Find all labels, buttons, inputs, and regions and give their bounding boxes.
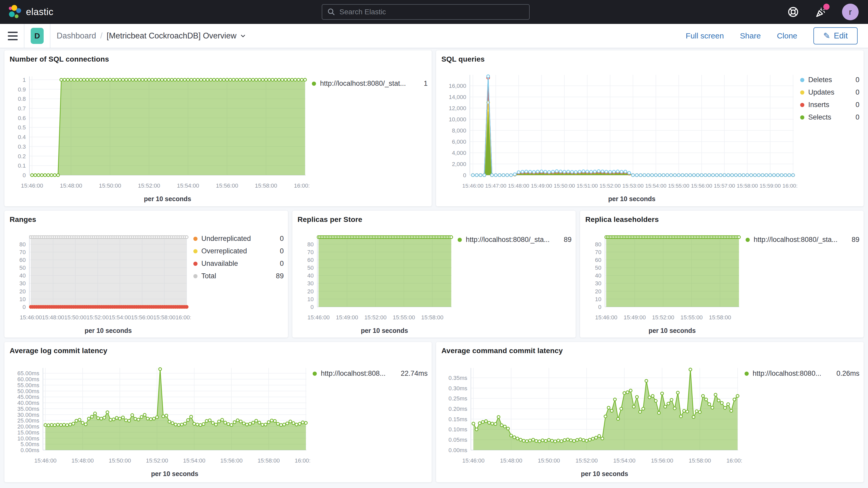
- area-chart[interactable]: 15:46:0015:48:0015:50:0015:52:0015:54:00…: [440, 356, 742, 480]
- svg-text:0.05ms: 0.05ms: [448, 436, 467, 443]
- svg-text:6,000: 6,000: [452, 139, 466, 145]
- legend-color-dot: [193, 237, 197, 241]
- svg-text:15:48:00: 15:48:00: [508, 183, 529, 189]
- panel-replicas-per-store: Replicas per Store 15:46:0015:49:0015:52…: [292, 211, 576, 338]
- legend-item[interactable]: Overreplicated0: [193, 247, 284, 255]
- menu-button[interactable]: [8, 32, 18, 40]
- svg-text:15:50:00: 15:50:00: [538, 457, 560, 464]
- svg-text:15:50:00: 15:50:00: [99, 182, 121, 189]
- svg-text:70: 70: [20, 249, 26, 255]
- area-chart[interactable]: 15:46:0015:48:0015:50:0015:52:0015:54:00…: [8, 225, 191, 335]
- edit-button[interactable]: ✎ Edit: [813, 27, 858, 44]
- legend-value: 1: [424, 80, 428, 88]
- dashboard-grid: Number of SQL connections 15:46:0015:48:…: [0, 48, 868, 482]
- panel-title: Ranges: [10, 215, 284, 224]
- legend-color-dot: [312, 82, 316, 86]
- legend-item[interactable]: Inserts0: [800, 101, 860, 109]
- legend-item[interactable]: Updates0: [800, 88, 860, 96]
- area-chart[interactable]: 15:46:0015:47:0015:48:0015:49:0015:50:00…: [440, 64, 798, 204]
- svg-text:8,000: 8,000: [452, 127, 466, 134]
- svg-text:0.35ms: 0.35ms: [448, 375, 467, 381]
- svg-text:10.00ms: 10.00ms: [18, 435, 39, 442]
- legend-label: Underreplicated: [202, 235, 275, 243]
- svg-text:60: 60: [307, 257, 313, 263]
- chart-legend: http://localhost:8080/_sta...89: [455, 225, 571, 335]
- svg-text:per 10 seconds: per 10 seconds: [581, 470, 628, 477]
- svg-text:0.2: 0.2: [18, 153, 26, 159]
- svg-text:0: 0: [310, 304, 313, 310]
- legend-item[interactable]: http://localhost:8080/_sta...89: [746, 236, 860, 244]
- svg-text:25.00ms: 25.00ms: [18, 417, 39, 424]
- svg-text:0: 0: [23, 172, 26, 179]
- svg-text:40: 40: [307, 272, 313, 279]
- news-feed-button[interactable]: [814, 6, 827, 18]
- svg-text:per 10 seconds: per 10 seconds: [361, 327, 408, 334]
- svg-text:15:49:00: 15:49:00: [531, 183, 552, 189]
- svg-text:15:46:00: 15:46:00: [20, 314, 42, 321]
- legend-item[interactable]: Total89: [193, 272, 284, 280]
- chart-legend: http://localhost:808...22.74ms: [310, 356, 428, 480]
- svg-text:15:49:00: 15:49:00: [624, 314, 646, 321]
- dashboard-badge[interactable]: D: [31, 28, 44, 44]
- help-button[interactable]: [787, 6, 799, 18]
- legend-item[interactable]: http://localhost:8080...0.26ms: [745, 369, 860, 377]
- svg-text:16:00:00: 16:00:00: [782, 183, 798, 189]
- avatar[interactable]: r: [842, 4, 859, 20]
- area-chart[interactable]: 15:46:0015:48:0015:50:0015:52:0015:54:00…: [8, 356, 310, 480]
- search-input[interactable]: [339, 8, 524, 16]
- svg-text:80: 80: [307, 241, 313, 248]
- svg-text:0: 0: [463, 172, 466, 179]
- dashboard-title[interactable]: [Metricbeat CockroachDB] Overview: [106, 31, 246, 40]
- chart-legend: Underreplicated0Overreplicated0Unavailab…: [191, 225, 284, 335]
- svg-text:50.00ms: 50.00ms: [18, 388, 39, 394]
- brand[interactable]: elastic: [7, 5, 54, 19]
- legend-item[interactable]: http://localhost:808...22.74ms: [313, 369, 428, 377]
- area-chart[interactable]: 15:46:0015:48:0015:50:0015:52:0015:54:00…: [8, 64, 309, 204]
- chart-legend: Deletes0Updates0Inserts0Selects0: [798, 64, 860, 204]
- panel-title: Replicas per Store: [298, 215, 572, 224]
- area-chart[interactable]: 15:46:0015:49:0015:52:0015:55:0015:58:00…: [297, 225, 455, 335]
- svg-text:15:52:00: 15:52:00: [364, 314, 387, 321]
- svg-text:per 10 seconds: per 10 seconds: [649, 327, 696, 334]
- legend-color-dot: [458, 238, 462, 242]
- svg-text:30.00ms: 30.00ms: [18, 411, 39, 418]
- global-search[interactable]: [322, 4, 530, 20]
- full-screen-button[interactable]: Full screen: [686, 31, 724, 40]
- legend-item[interactable]: Deletes0: [800, 76, 860, 84]
- svg-text:16:00:00: 16:00:00: [176, 314, 190, 321]
- legend-item[interactable]: Selects0: [800, 113, 860, 121]
- svg-text:15:52:00: 15:52:00: [576, 457, 598, 464]
- legend-value: 0: [280, 247, 284, 255]
- legend-item[interactable]: Unavailable0: [193, 260, 284, 268]
- svg-text:0.7: 0.7: [18, 105, 26, 112]
- svg-text:per 10 seconds: per 10 seconds: [85, 327, 132, 334]
- dashboard-title-text: [Metricbeat CockroachDB] Overview: [106, 31, 237, 40]
- svg-text:15:54:00: 15:54:00: [177, 182, 199, 189]
- edit-button-label: Edit: [834, 31, 848, 40]
- svg-text:80: 80: [595, 241, 601, 248]
- legend-value: 0: [856, 113, 860, 121]
- svg-text:0.00ms: 0.00ms: [448, 447, 467, 453]
- legend-item[interactable]: http://localhost:8080/_sta...89: [458, 236, 571, 244]
- svg-text:15:46:00: 15:46:00: [462, 183, 484, 189]
- breadcrumb-dashboard[interactable]: Dashboard: [57, 31, 96, 40]
- legend-item[interactable]: http://localhost:8080/_stat...1: [312, 80, 428, 88]
- svg-text:0.6: 0.6: [18, 115, 26, 121]
- svg-text:4,000: 4,000: [452, 150, 466, 156]
- svg-text:14,000: 14,000: [449, 94, 466, 100]
- legend-item[interactable]: Underreplicated0: [193, 235, 284, 243]
- svg-text:50: 50: [307, 265, 313, 271]
- legend-value: 0: [856, 88, 860, 96]
- svg-text:15:58:00: 15:58:00: [421, 314, 443, 321]
- legend-label: http://localhost:8080/_stat...: [320, 80, 418, 88]
- svg-text:15:47:00: 15:47:00: [485, 183, 506, 189]
- share-button[interactable]: Share: [740, 31, 761, 40]
- clone-button[interactable]: Clone: [777, 31, 797, 40]
- svg-text:1: 1: [23, 77, 26, 83]
- area-chart[interactable]: 15:46:0015:49:0015:52:0015:55:0015:58:00…: [584, 225, 743, 335]
- svg-text:40.00ms: 40.00ms: [18, 400, 39, 406]
- legend-label: Overreplicated: [202, 247, 275, 255]
- panel-number-of-sql-connections: Number of SQL connections 15:46:0015:48:…: [4, 51, 432, 206]
- svg-text:15:48:00: 15:48:00: [60, 182, 82, 189]
- chart-legend: http://localhost:8080/_stat...1: [309, 64, 428, 204]
